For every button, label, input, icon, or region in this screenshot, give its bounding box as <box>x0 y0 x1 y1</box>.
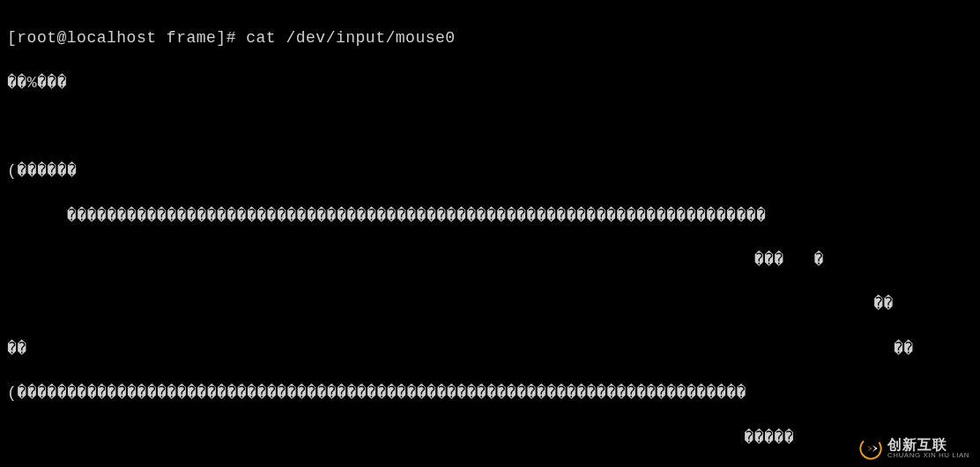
output-line <box>7 116 973 138</box>
output-line: (������ <box>7 160 973 182</box>
output-line: ��� � <box>7 249 973 271</box>
output-line: ����� <box>7 427 973 449</box>
watermark-text-en: CHUANG XIN HU LIAN <box>887 452 969 459</box>
output-line: (���������������������������������������… <box>7 382 973 404</box>
shell-prompt: [root@localhost frame]# <box>7 29 246 47</box>
output-line: ����������������������������������������… <box>7 205 973 227</box>
output-line: ��%��� <box>7 72 973 94</box>
shell-command: cat /dev/input/mouse0 <box>246 29 455 47</box>
output-line: �� <box>7 293 973 315</box>
watermark-text-cn: 创新互联 <box>887 438 969 452</box>
terminal-output[interactable]: [root@localhost frame]# cat /dev/input/m… <box>7 5 973 467</box>
watermark-logo-icon <box>859 437 882 460</box>
watermark: 创新互联 CHUANG XIN HU LIAN <box>859 437 969 460</box>
output-line: �� �� <box>7 338 973 360</box>
